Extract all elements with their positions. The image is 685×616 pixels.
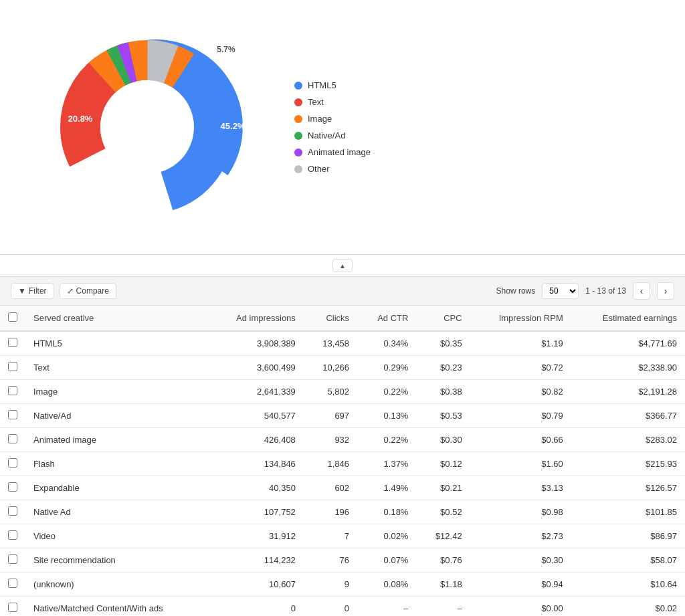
row-checkbox[interactable] xyxy=(8,482,17,492)
filter-label: Filter xyxy=(29,286,47,296)
row-checkbox-cell[interactable] xyxy=(0,452,25,476)
row-cell-4: 0.02% xyxy=(357,524,416,548)
legend-dot-animated xyxy=(294,148,302,157)
row-cell-6: $1.19 xyxy=(470,331,571,356)
col-header-served-creative[interactable]: Served creative xyxy=(25,306,209,331)
table-row: Native/Ad540,5776970.13%$0.53$0.79$366.7… xyxy=(0,404,685,428)
col-header-ad-ctr[interactable]: Ad CTR xyxy=(357,306,416,331)
legend-label-image: Image xyxy=(308,114,332,124)
row-checkbox[interactable] xyxy=(8,386,17,395)
legend-label-text: Text xyxy=(308,97,324,107)
show-rows-label: Show rows xyxy=(496,286,536,296)
row-cell-6: $0.72 xyxy=(470,356,571,380)
table-row: Flash134,8461,8461.37%$0.12$1.60$215.93 xyxy=(0,452,685,476)
table-row: Video31,91270.02%$12.42$2.73$86.97 xyxy=(0,524,685,548)
row-cell-4: 1.49% xyxy=(357,476,416,500)
legend-item-text: Text xyxy=(294,97,371,107)
row-cell-7: $283.02 xyxy=(571,428,685,452)
table-row: Animated image426,4089320.22%$0.30$0.66$… xyxy=(0,428,685,452)
row-cell-4: 0.29% xyxy=(357,356,416,380)
table-row: Expandable40,3506021.49%$0.21$3.13$126.5… xyxy=(0,476,685,500)
row-checkbox[interactable] xyxy=(8,458,17,468)
row-cell-2: 540,577 xyxy=(209,404,304,428)
row-cell-2: 426,408 xyxy=(209,428,304,452)
svg-text:20.8%: 20.8% xyxy=(68,114,93,124)
donut-chart: 45.2% 22.2% 20.8% 5.7% xyxy=(40,20,254,234)
select-all-header[interactable] xyxy=(0,306,25,331)
row-checkbox-cell[interactable] xyxy=(0,548,25,573)
row-checkbox[interactable] xyxy=(8,410,17,419)
row-cell-7: $215.93 xyxy=(571,452,685,476)
data-table: Served creative Ad impressions Clicks Ad… xyxy=(0,306,685,616)
table-row: HTML53,908,38913,4580.34%$0.35$1.19$4,77… xyxy=(0,331,685,356)
row-checkbox-cell[interactable] xyxy=(0,428,25,452)
next-page-button[interactable]: › xyxy=(657,282,674,300)
row-cell-3: 13,458 xyxy=(304,331,357,356)
row-checkbox-cell[interactable] xyxy=(0,356,25,380)
row-cell-6: $0.30 xyxy=(470,548,571,573)
filter-button[interactable]: ▼ Filter xyxy=(11,283,54,299)
row-cell-7: $2,338.90 xyxy=(571,356,685,380)
collapse-button[interactable]: ▲ xyxy=(332,259,353,272)
row-cell-2: 2,641,339 xyxy=(209,380,304,404)
row-cell-2: 31,912 xyxy=(209,524,304,548)
row-checkbox-cell[interactable] xyxy=(0,476,25,500)
table-row: Image2,641,3395,8020.22%$0.38$0.82$2,191… xyxy=(0,380,685,404)
row-cell-3: 76 xyxy=(304,548,357,573)
row-cell-1: Flash xyxy=(25,452,209,476)
svg-text:5.7%: 5.7% xyxy=(217,45,235,54)
row-checkbox-cell[interactable] xyxy=(0,500,25,524)
col-header-estimated-earnings[interactable]: Estimated earnings xyxy=(571,306,685,331)
row-cell-2: 107,752 xyxy=(209,500,304,524)
row-checkbox[interactable] xyxy=(8,530,17,540)
col-header-cpc[interactable]: CPC xyxy=(416,306,470,331)
row-cell-7: $10.64 xyxy=(571,573,685,597)
filter-icon: ▼ xyxy=(18,286,26,296)
rows-per-page-select[interactable]: 50 25 100 xyxy=(542,283,579,299)
row-cell-1: Text xyxy=(25,356,209,380)
row-cell-4: 0.18% xyxy=(357,500,416,524)
row-cell-5: $0.38 xyxy=(416,380,470,404)
row-cell-4: 0.07% xyxy=(357,548,416,573)
row-cell-3: 5,802 xyxy=(304,380,357,404)
row-cell-2: 40,350 xyxy=(209,476,304,500)
row-checkbox-cell[interactable] xyxy=(0,331,25,356)
col-header-clicks[interactable]: Clicks xyxy=(304,306,357,331)
legend-dot-text xyxy=(294,98,302,106)
row-cell-1: Expandable xyxy=(25,476,209,500)
row-checkbox[interactable] xyxy=(8,362,17,371)
toolbar-right: Show rows 50 25 100 1 - 13 of 13 ‹ › xyxy=(496,282,674,300)
row-checkbox-cell[interactable] xyxy=(0,380,25,404)
row-checkbox[interactable] xyxy=(8,338,17,347)
row-cell-7: $86.97 xyxy=(571,524,685,548)
row-checkbox[interactable] xyxy=(8,506,17,516)
row-cell-1: Native Ad xyxy=(25,500,209,524)
row-cell-5: $0.12 xyxy=(416,452,470,476)
legend-item-html5: HTML5 xyxy=(294,80,371,90)
row-cell-6: $0.98 xyxy=(470,500,571,524)
row-cell-1: (unknown) xyxy=(25,573,209,597)
row-cell-6: $0.94 xyxy=(470,573,571,597)
row-checkbox[interactable] xyxy=(8,434,17,443)
col-header-impression-rpm[interactable]: Impression RPM xyxy=(470,306,571,331)
compare-button[interactable]: ⤢ Compare xyxy=(60,283,116,299)
row-cell-6: $1.60 xyxy=(470,452,571,476)
row-checkbox[interactable] xyxy=(8,603,17,612)
row-cell-4: – xyxy=(357,597,416,617)
row-checkbox-cell[interactable] xyxy=(0,597,25,617)
col-header-ad-impressions[interactable]: Ad impressions xyxy=(209,306,304,331)
row-checkbox-cell[interactable] xyxy=(0,524,25,548)
legend-item-other: Other xyxy=(294,164,371,174)
row-cell-7: $126.57 xyxy=(571,476,685,500)
row-cell-6: $2.73 xyxy=(470,524,571,548)
row-checkbox[interactable] xyxy=(8,579,17,588)
row-cell-5: $0.23 xyxy=(416,356,470,380)
legend-item-image: Image xyxy=(294,114,371,124)
row-checkbox-cell[interactable] xyxy=(0,573,25,597)
select-all-checkbox[interactable] xyxy=(8,312,17,322)
row-cell-3: 0 xyxy=(304,597,357,617)
row-checkbox[interactable] xyxy=(8,554,17,564)
row-checkbox-cell[interactable] xyxy=(0,404,25,428)
prev-page-button[interactable]: ‹ xyxy=(633,282,650,300)
chart-legend: HTML5 Text Image Native/Ad Animated imag… xyxy=(294,80,371,174)
